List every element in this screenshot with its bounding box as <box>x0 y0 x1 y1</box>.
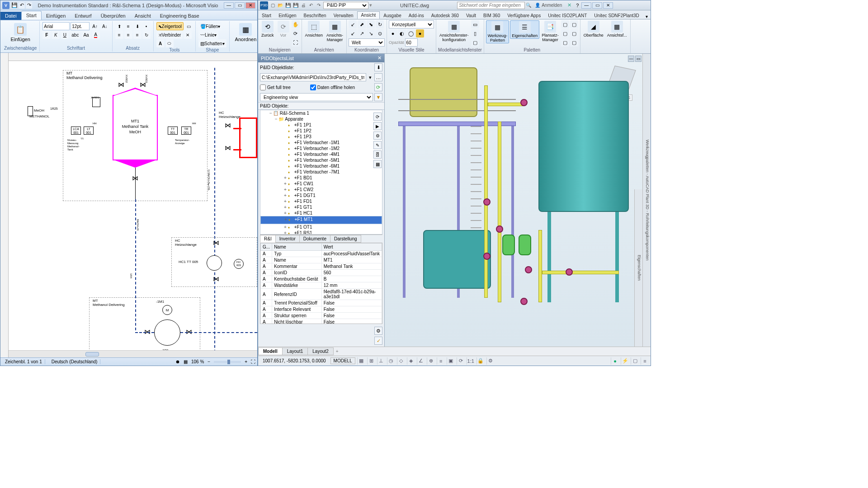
prop-row[interactable]: ANicht löschbarFalse <box>261 319 382 324</box>
italic-icon[interactable]: K <box>52 31 60 39</box>
align-mid-icon[interactable]: ≡ <box>124 22 132 30</box>
pan-icon[interactable]: ✋ <box>292 20 300 28</box>
pipe-1[interactable] <box>484 85 488 298</box>
tab-start[interactable]: Start <box>258 12 275 19</box>
minimize-icon[interactable]: — <box>224 2 234 9</box>
save-icon[interactable]: 💾 <box>11 2 18 9</box>
ucs-select[interactable]: Welt <box>349 38 385 47</box>
vp3-icon[interactable]: ▢ <box>471 38 479 47</box>
text-tool[interactable]: A <box>156 39 165 47</box>
tree-item[interactable]: +⬧ +F1 RS1 <box>260 230 382 235</box>
tab-engbase[interactable]: Engineering Base <box>156 12 204 20</box>
osnap-icon[interactable]: ◇ <box>397 357 405 365</box>
hscroll[interactable] <box>9 350 257 357</box>
prop-row[interactable]: AReferenzIDf4edfaf8-17ed-401c-b29a-a3e1b… <box>261 289 382 300</box>
tab-addins[interactable]: Add-ins <box>405 12 428 19</box>
saveas-icon[interactable]: 💾 <box>292 2 299 9</box>
redo-icon[interactable]: ↷ <box>315 2 322 9</box>
side-edit-icon[interactable]: ✎ <box>373 141 382 149</box>
ucs8-icon[interactable]: ⊙ <box>376 29 384 38</box>
grow-font-icon[interactable]: A↑ <box>90 22 99 30</box>
shadow-button[interactable]: ▨ Schatten ▾ <box>198 39 226 47</box>
valve-hc-top[interactable] <box>213 241 219 245</box>
fontcolor-icon[interactable]: A <box>92 31 100 39</box>
pump-circle[interactable] <box>154 319 180 346</box>
tab-apps[interactable]: Verfügbare Apps <box>504 12 544 19</box>
prop-row[interactable]: AKennbuchstabe GerätB <box>261 276 382 282</box>
ortho-icon[interactable]: ⊥ <box>377 357 385 365</box>
prop-row[interactable]: ATypaucProcessFluidVasselTank <box>261 251 382 257</box>
zoom-slider[interactable] <box>214 361 241 363</box>
pump-2[interactable] <box>519 235 531 255</box>
cycle-icon[interactable]: ⟳ <box>457 357 465 365</box>
vp1-icon[interactable]: ▭ <box>471 20 479 28</box>
tab-sdnf[interactable]: Unitec SDNF2Plant3D <box>590 12 642 19</box>
tab-bim360[interactable]: BIM 360 <box>480 12 504 19</box>
tab-ansicht[interactable]: Ansicht <box>130 12 156 20</box>
shrink-font-icon[interactable]: A↓ <box>100 22 109 30</box>
tree-item[interactable]: +⬧ +F1 DGT1 <box>260 192 382 198</box>
valve-hc1[interactable] <box>225 123 231 128</box>
view-select[interactable]: Engineering view <box>260 93 373 101</box>
pal5-icon[interactable]: ▢ <box>570 29 578 38</box>
strike-icon[interactable]: abc <box>70 31 80 39</box>
pal1-icon[interactable]: ▢ <box>561 20 569 28</box>
annoscale-icon[interactable]: 🔒 <box>476 357 485 365</box>
align-center-icon[interactable]: ≡ <box>124 31 132 39</box>
3dosnap-icon[interactable]: ◈ <box>407 357 415 365</box>
vpconfig-button[interactable]: ▦Ansichtsfenster- konfiguration <box>438 20 470 42</box>
line-button[interactable]: 〰 Linie ▾ <box>198 31 218 39</box>
refresh-icon[interactable]: ⟳ <box>374 83 382 91</box>
instr-lt[interactable]: LT 001 <box>84 127 94 135</box>
open-icon[interactable]: 📂 <box>277 2 284 9</box>
prop-row[interactable]: ATrennt Potenzial/StoffFalse <box>261 300 382 306</box>
vessel-main[interactable] <box>538 81 629 212</box>
save-icon[interactable]: 💾 <box>284 2 292 9</box>
proptab-docs[interactable]: Dokumente <box>299 235 330 243</box>
prop-row[interactable]: ANameMT1 <box>261 257 382 263</box>
pipe-3[interactable] <box>538 230 542 302</box>
tree-item[interactable]: ⬧ +F1 Verbraucher -1M1 <box>260 140 382 145</box>
record-icon[interactable]: ⏺ <box>175 359 180 364</box>
vp2-icon[interactable]: ▯ <box>471 29 479 38</box>
tree-item[interactable]: +⬧ +F1 CW1 <box>260 181 382 187</box>
new-icon[interactable]: ▢ <box>269 2 276 9</box>
vs1-icon[interactable]: ● <box>389 29 397 38</box>
objects-tree[interactable]: −📋 R&I-Schema 1 −📁 Apparate ⬧ +F1 1P1⬧ +… <box>260 110 382 235</box>
vs4-icon[interactable]: ● <box>416 29 424 38</box>
proptab-display[interactable]: Darstellung <box>330 235 361 243</box>
prop-row[interactable]: AIconID560 <box>261 270 382 276</box>
download-icon[interactable]: ⬇ <box>374 63 382 71</box>
close-icon[interactable]: ✕ <box>603 2 613 9</box>
toolpalettes-button[interactable]: ▦Werkzeug- Paletten <box>486 20 509 43</box>
palette-bar-2[interactable]: Eigenschaften <box>634 189 642 347</box>
connector-tool[interactable]: ⤭ Verbinder <box>156 31 183 39</box>
snap-icon[interactable]: ⊞ <box>367 357 375 365</box>
instr-tt[interactable]: TT 001 <box>168 127 178 135</box>
pal6-icon[interactable]: ▢ <box>570 38 578 47</box>
orbit-icon[interactable]: ⟳ <box>292 29 300 38</box>
fulltree-check[interactable]: Get full tree <box>260 84 291 90</box>
lwt-icon[interactable]: ≡ <box>437 357 445 365</box>
filter-icon[interactable]: ▼ <box>374 93 382 101</box>
fill-button[interactable]: 🪣 Füllen ▾ <box>198 22 222 30</box>
valve-hc2[interactable] <box>225 146 231 150</box>
viewmgr-button[interactable]: ▦Ansichts- Manager <box>325 20 344 42</box>
ucs3-icon[interactable]: ⬊ <box>367 20 375 28</box>
tree-item[interactable]: +⬧ +F1 HC1 <box>260 210 382 216</box>
ucs5-icon[interactable]: ↙ <box>349 29 357 38</box>
valve-hc-bot[interactable] <box>213 277 219 282</box>
tree-item[interactable]: ⬧ +F1 Verbraucher -5M1 <box>260 157 382 163</box>
vessel-2[interactable] <box>423 230 491 289</box>
otrack-icon[interactable]: ∠ <box>417 357 425 365</box>
prop-row[interactable]: AKommentarMethanol Tank <box>261 263 382 270</box>
file-tab[interactable]: Datei <box>0 12 21 20</box>
maximize-icon[interactable]: ▭ <box>235 2 245 9</box>
sheetset-button[interactable]: 📑Plansatz- Manager <box>540 20 560 42</box>
ucs6-icon[interactable]: ↗ <box>358 29 366 38</box>
vp-min-icon[interactable]: — <box>628 56 634 62</box>
undo-icon[interactable]: ↶ <box>307 2 315 9</box>
align-left-icon[interactable]: ≡ <box>115 31 123 39</box>
ucs2-icon[interactable]: ⬈ <box>358 20 366 28</box>
align-right-icon[interactable]: ≡ <box>133 31 142 39</box>
